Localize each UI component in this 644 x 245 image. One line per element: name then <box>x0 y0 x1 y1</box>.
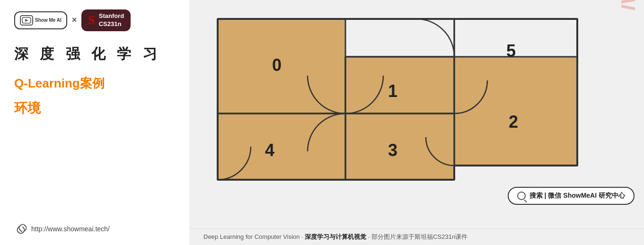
stanford-text: Stanford CS231n <box>99 12 124 28</box>
url-bar: http://www.showmeai.tech/ <box>14 222 175 236</box>
floor-plan-area: ShowMeAI <box>189 0 644 228</box>
showmeai-logo-icon <box>20 15 33 26</box>
stanford-logo: S Stanford CS231n <box>81 9 131 31</box>
room-label-4: 4 <box>265 140 274 160</box>
showmeai-logo: Show Me AI <box>14 11 67 29</box>
search-icon <box>517 192 526 200</box>
svg-rect-6 <box>454 57 577 166</box>
room-label-0: 0 <box>272 55 282 75</box>
page-title-main: 深 度 强 化 学 习 <box>14 44 175 64</box>
logo-bar: Show Me AI × S Stanford CS231n <box>14 9 175 31</box>
left-panel: Show Me AI × S Stanford CS231n 深 度 强 化 学… <box>0 0 189 245</box>
room-label-3: 3 <box>388 140 397 160</box>
link-icon <box>14 222 27 236</box>
stanford-s-letter: S <box>88 14 95 26</box>
svg-rect-8 <box>218 114 345 180</box>
right-panel: ShowMeAI <box>189 0 644 245</box>
search-bar[interactable]: 搜索 | 微信 ShowMeAI 研究中心 <box>508 187 635 205</box>
room-label-2: 2 <box>509 112 518 131</box>
page-title-env: 环境 <box>14 99 175 117</box>
showmeai-logo-text: Show Me AI <box>35 18 62 23</box>
svg-rect-4 <box>345 57 454 114</box>
room-label-1: 1 <box>388 81 397 101</box>
url-text[interactable]: http://www.showmeai.tech/ <box>31 225 110 233</box>
watermark: ShowMeAI <box>617 0 639 9</box>
footer-text: Deep Learning for Computer Vision · 深度学习… <box>189 228 644 245</box>
page-title-sub: Q-Learning案例 <box>14 75 175 92</box>
room-label-5: 5 <box>506 41 516 61</box>
svg-marker-1 <box>25 19 28 22</box>
cross-sign: × <box>72 15 77 25</box>
search-text: 搜索 | 微信 ShowMeAI 研究中心 <box>529 192 625 200</box>
floor-plan-svg: 0 1 2 3 4 5 <box>203 9 591 194</box>
svg-rect-7 <box>345 114 454 180</box>
